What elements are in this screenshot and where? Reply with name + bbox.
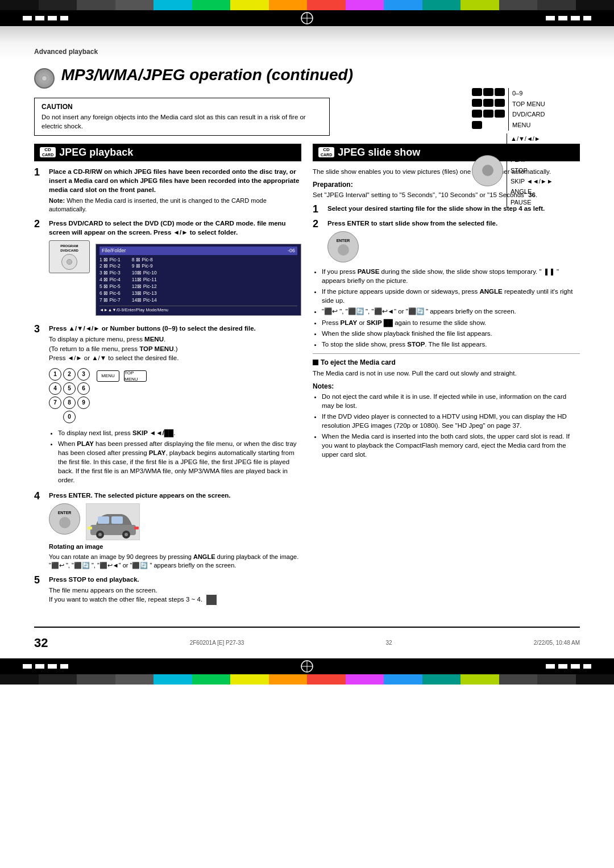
color-swatch bbox=[460, 0, 499, 10]
color-swatch bbox=[192, 0, 231, 10]
color-swatch bbox=[307, 0, 346, 10]
svg-rect-27 bbox=[546, 664, 555, 669]
reg-marks-bottom-right bbox=[546, 661, 591, 672]
menu-screen: File/Folder -06 1 ⊠ Pic-1 2 ⊠ Pic-2 3 ⊠ … bbox=[96, 244, 301, 316]
cd-card-icon-2: CD CARD bbox=[318, 147, 334, 157]
top-menu-button[interactable]: TOP MENU bbox=[124, 370, 147, 382]
numpad-row: 1 2 3 4 5 6 7 8 9 0 bbox=[49, 366, 301, 425]
svg-rect-13 bbox=[111, 516, 123, 524]
notes-section: Notes: Do not eject the card while it is… bbox=[313, 382, 580, 460]
bottom-color-bar bbox=[0, 674, 614, 685]
step3-bullets: To display next list, press SKIP ◄◄/██. … bbox=[49, 428, 301, 485]
svg-rect-20 bbox=[23, 664, 32, 669]
svg-rect-12 bbox=[98, 516, 109, 524]
color-swatch bbox=[346, 0, 384, 10]
svg-rect-29 bbox=[571, 664, 580, 669]
caution-title: CAUTION bbox=[42, 103, 322, 111]
jpeg-playback-title: JPEG playback bbox=[59, 147, 133, 158]
header-strip: Advanced playback bbox=[0, 26, 614, 60]
jpeg-playback-header: CD CARD JPEG playback bbox=[34, 144, 301, 161]
divider bbox=[313, 353, 580, 354]
color-swatch bbox=[39, 0, 77, 10]
bottom-divider bbox=[34, 627, 580, 628]
color-swatch bbox=[230, 0, 269, 10]
step-4: 4 Press ENTER. The selected picture appe… bbox=[34, 491, 301, 570]
footer-center: 32 bbox=[385, 640, 392, 646]
svg-rect-22 bbox=[48, 664, 57, 669]
car-image bbox=[86, 503, 140, 540]
section-label: Advanced playback bbox=[34, 48, 98, 56]
color-swatch bbox=[384, 0, 422, 10]
reg-marks-left bbox=[23, 12, 68, 24]
slideshow-bullets: If you press PAUSE during the slide show… bbox=[313, 267, 580, 349]
svg-rect-21 bbox=[35, 664, 44, 669]
svg-rect-7 bbox=[546, 16, 555, 20]
color-swatch bbox=[537, 0, 576, 10]
caution-box: CAUTION Do not insert any foreign object… bbox=[34, 98, 330, 136]
eject-text: The Media card is not in use now. Pull t… bbox=[313, 369, 580, 378]
svg-rect-3 bbox=[60, 16, 68, 20]
color-swatch bbox=[0, 0, 39, 10]
enter-button-diagram: ENTER bbox=[49, 503, 80, 535]
svg-rect-28 bbox=[558, 664, 567, 669]
color-swatch bbox=[115, 0, 154, 10]
remote-diagram: 0–9 TOP MENU DVD/CARD MENU ▲/▼/◄/► ENTER bbox=[472, 88, 580, 209]
number-pad: 1 2 3 4 5 6 7 8 9 0 bbox=[49, 368, 90, 423]
footer-left: 2F60201A [E] P27-33 bbox=[190, 640, 244, 646]
svg-rect-30 bbox=[583, 664, 591, 669]
notes-list: Do not eject the card while it is in use… bbox=[313, 392, 580, 460]
color-swatch bbox=[269, 0, 308, 10]
main-content: MP3/WMA/JPEG operation (continued) bbox=[0, 66, 614, 621]
notes-title: Notes: bbox=[313, 382, 580, 390]
two-column-layout: CD CARD JPEG playback 1 Place a CD-R/RW … bbox=[34, 144, 580, 610]
slideshow-step-2: 2 Press ENTER to start slide show from t… bbox=[313, 219, 580, 262]
jpeg-slideshow-title: JPEG slide show bbox=[338, 147, 420, 158]
svg-rect-9 bbox=[571, 16, 580, 20]
step-2: 2 Press DVD/CARD to select the DVD (CD) … bbox=[34, 219, 301, 320]
page-number: 32 bbox=[34, 636, 48, 650]
reg-marks-right bbox=[546, 12, 591, 24]
footer-row: 32 2F60201A [E] P27-33 32 2/22/05, 10:48… bbox=[0, 633, 614, 653]
color-swatch bbox=[77, 0, 115, 10]
title-row: MP3/WMA/JPEG operation (continued) bbox=[34, 66, 580, 89]
svg-point-15 bbox=[98, 533, 102, 536]
svg-rect-23 bbox=[60, 664, 68, 669]
registration-bar-bottom bbox=[0, 658, 614, 674]
svg-rect-2 bbox=[48, 16, 57, 20]
rotating-label: Rotating an image bbox=[49, 542, 301, 551]
svg-rect-1 bbox=[35, 16, 44, 20]
crosshair-center bbox=[300, 11, 314, 25]
color-swatch bbox=[422, 0, 461, 10]
car-svg bbox=[88, 505, 139, 539]
jpeg-slideshow-section: CD CARD JPEG slide show The slide show e… bbox=[313, 144, 580, 610]
eject-title: To eject the Media card bbox=[313, 358, 580, 366]
eject-section: To eject the Media card The Media card i… bbox=[313, 358, 580, 378]
step4-images: ENTER bbox=[49, 503, 301, 540]
cd-card-icon: CD CARD bbox=[40, 147, 56, 157]
svg-rect-0 bbox=[23, 16, 32, 20]
player-diagram: PROGRAMDVD/CARD File/Folder -06 bbox=[49, 240, 301, 319]
color-swatch bbox=[154, 0, 192, 10]
step-1: 1 Place a CD-R/RW on which JPEG files ha… bbox=[34, 167, 301, 214]
color-swatch bbox=[576, 0, 615, 10]
crosshair-bottom bbox=[300, 660, 314, 673]
color-swatch bbox=[499, 0, 538, 10]
footer-right: 2/22/05, 10:48 AM bbox=[534, 640, 580, 646]
step-5: 5 Press STOP to end playback. The file m… bbox=[34, 575, 301, 605]
svg-rect-8 bbox=[558, 16, 567, 20]
rotating-text: You can rotate an image by 90 degrees by… bbox=[49, 553, 301, 561]
svg-rect-10 bbox=[583, 16, 591, 20]
svg-rect-19 bbox=[134, 527, 139, 529]
jpeg-playback-section: CD CARD JPEG playback 1 Place a CD-R/RW … bbox=[34, 144, 301, 610]
step-3: 3 Press ▲/▼/◄/► or Number buttons (0–9) … bbox=[34, 324, 301, 486]
dvd-player-box: PROGRAMDVD/CARD bbox=[49, 240, 90, 273]
registration-bar-top bbox=[0, 10, 614, 26]
black-square-icon bbox=[313, 360, 318, 365]
enter-button-diagram-2: ENTER bbox=[327, 231, 359, 262]
svg-rect-18 bbox=[88, 527, 92, 529]
menu-button[interactable]: MENU bbox=[97, 370, 119, 382]
svg-point-17 bbox=[125, 533, 128, 536]
top-color-bar bbox=[0, 0, 614, 10]
caution-text: Do not insert any foreign objects into t… bbox=[42, 112, 322, 131]
rotating-icons-text: "⬛↩ ", "⬛🔄 ", "⬛↩◄" or "⬛🔄 " appears bri… bbox=[49, 561, 301, 570]
